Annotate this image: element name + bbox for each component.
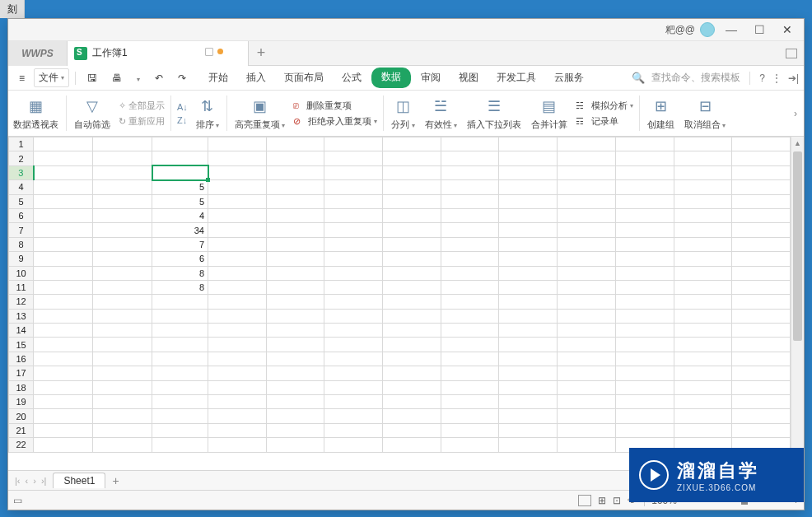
cell[interactable]: [732, 395, 791, 409]
ribbon-scroll-right[interactable]: ›: [790, 105, 801, 122]
cell[interactable]: [34, 324, 93, 338]
cell[interactable]: 7: [152, 237, 208, 251]
cell[interactable]: [615, 309, 674, 323]
tab-page-layout[interactable]: 页面布局: [276, 68, 332, 88]
cell[interactable]: [266, 324, 324, 338]
cell[interactable]: [499, 151, 558, 165]
record-form-button[interactable]: ☶ 记录单: [576, 115, 633, 128]
cell[interactable]: [732, 137, 791, 151]
auto-filter-button[interactable]: ▽ 自动筛选: [69, 91, 115, 136]
cell[interactable]: [558, 295, 616, 309]
tab-review[interactable]: 审阅: [413, 68, 449, 88]
cell[interactable]: [558, 352, 616, 366]
sort-desc-icon[interactable]: Z↓: [177, 115, 188, 125]
tab-window-icon[interactable]: [205, 48, 213, 56]
cell[interactable]: [732, 266, 791, 280]
cell[interactable]: [674, 280, 732, 294]
cell[interactable]: [383, 309, 441, 323]
cell[interactable]: [152, 137, 208, 151]
maximize-button[interactable]: ☐: [748, 21, 771, 39]
row-header[interactable]: 7: [9, 223, 34, 237]
cell[interactable]: [152, 295, 208, 309]
row-header[interactable]: 2: [9, 151, 34, 165]
cell[interactable]: [558, 309, 616, 323]
cell[interactable]: [499, 438, 558, 452]
sheet-next-button[interactable]: ›: [31, 476, 38, 486]
cell[interactable]: [324, 324, 383, 338]
cell[interactable]: [383, 395, 441, 409]
validity-button[interactable]: ☱ 有效性 ▾: [420, 91, 462, 136]
row-header[interactable]: 9: [9, 252, 34, 266]
doc-tab[interactable]: 工作簿1: [68, 41, 249, 66]
cell[interactable]: [324, 352, 383, 366]
cell[interactable]: [152, 324, 208, 338]
cell[interactable]: [383, 409, 441, 423]
cell[interactable]: [383, 223, 441, 237]
cell[interactable]: [441, 280, 499, 294]
cell[interactable]: [615, 409, 674, 423]
cell[interactable]: [674, 223, 732, 237]
cell[interactable]: [732, 295, 791, 309]
cell[interactable]: [441, 395, 499, 409]
cell[interactable]: [383, 423, 441, 437]
scroll-up-button[interactable]: ▲: [791, 137, 804, 150]
ungroup-button[interactable]: ⊟ 取消组合 ▾: [679, 91, 730, 136]
cell[interactable]: [152, 423, 208, 437]
cell[interactable]: [93, 295, 152, 309]
cell[interactable]: [266, 352, 324, 366]
cell[interactable]: [383, 338, 441, 352]
cell[interactable]: [93, 352, 152, 366]
cell[interactable]: [383, 137, 441, 151]
close-button[interactable]: ✕: [776, 21, 799, 39]
cell[interactable]: [208, 395, 267, 409]
cell[interactable]: [93, 309, 152, 323]
cell[interactable]: [615, 165, 674, 179]
cell[interactable]: [558, 165, 616, 179]
cell[interactable]: [615, 223, 674, 237]
cell[interactable]: [674, 352, 732, 366]
cell[interactable]: [732, 423, 791, 437]
cell[interactable]: [324, 366, 383, 380]
cell[interactable]: [93, 438, 152, 452]
cell[interactable]: [499, 137, 558, 151]
cell[interactable]: [674, 252, 732, 266]
cell[interactable]: [732, 151, 791, 165]
cell[interactable]: 4: [152, 208, 208, 222]
cell[interactable]: [208, 438, 267, 452]
cell[interactable]: [558, 324, 616, 338]
cell[interactable]: [499, 252, 558, 266]
wps-home-tab[interactable]: W WPS: [8, 41, 68, 66]
cell[interactable]: [93, 380, 152, 394]
cell[interactable]: [558, 137, 616, 151]
qat-print-icon[interactable]: 🖶: [106, 70, 128, 86]
cell[interactable]: [266, 180, 324, 194]
new-tab-button[interactable]: +: [249, 44, 273, 62]
cell[interactable]: [208, 180, 267, 194]
row-header[interactable]: 13: [9, 309, 34, 323]
cell[interactable]: [34, 395, 93, 409]
search-input[interactable]: 查找命令、搜索模板: [651, 71, 740, 85]
cell[interactable]: [324, 208, 383, 222]
view-normal-icon[interactable]: [578, 495, 591, 506]
cell[interactable]: [34, 438, 93, 452]
cell[interactable]: [152, 438, 208, 452]
cell[interactable]: [558, 266, 616, 280]
what-if-button[interactable]: ☵ 模拟分析 ▾: [576, 100, 633, 112]
cell[interactable]: [558, 151, 616, 165]
cell[interactable]: [499, 165, 558, 179]
cell[interactable]: [674, 194, 732, 208]
cell[interactable]: [674, 380, 732, 394]
highlight-dup-button[interactable]: ▣ 高亮重复项 ▾: [230, 91, 290, 136]
cell[interactable]: [441, 266, 499, 280]
cell[interactable]: [34, 194, 93, 208]
cell[interactable]: [383, 266, 441, 280]
cell[interactable]: [266, 295, 324, 309]
cell[interactable]: [324, 280, 383, 294]
cell[interactable]: [441, 309, 499, 323]
cell[interactable]: [34, 165, 93, 179]
vertical-scrollbar[interactable]: ▲ ▼: [791, 137, 804, 470]
cell[interactable]: [266, 151, 324, 165]
window-list-icon[interactable]: [786, 49, 797, 58]
cell[interactable]: [266, 237, 324, 251]
cell[interactable]: [93, 223, 152, 237]
